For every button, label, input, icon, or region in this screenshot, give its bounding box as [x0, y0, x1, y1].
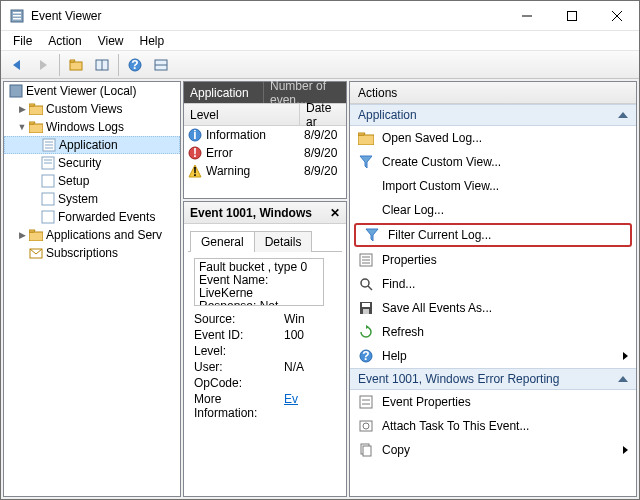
action-find[interactable]: Find...: [350, 272, 636, 296]
menu-help[interactable]: Help: [132, 32, 173, 50]
tree-item-application[interactable]: Application: [4, 136, 180, 154]
collapse-icon: [618, 376, 628, 382]
tree-item-security[interactable]: Security: [4, 154, 180, 172]
svg-rect-18: [10, 85, 22, 97]
actions-pane: Actions Application Open Saved Log... Cr…: [349, 81, 637, 497]
expander-icon[interactable]: ▼: [16, 122, 28, 132]
action-filter-current-log[interactable]: Filter Current Log...: [354, 223, 632, 247]
app-icon: [9, 8, 25, 24]
expander-icon[interactable]: ▶: [16, 104, 28, 114]
close-icon[interactable]: ✕: [330, 206, 340, 220]
folder-icon: [28, 121, 44, 133]
up-button[interactable]: [64, 53, 88, 77]
action-label: Create Custom View...: [382, 155, 501, 169]
help-button[interactable]: ?: [123, 53, 147, 77]
expander-icon[interactable]: ▶: [16, 230, 28, 240]
center-column: Application Number of even… Level Date a…: [183, 81, 347, 497]
action-copy[interactable]: Copy: [350, 438, 636, 462]
nav-tree[interactable]: Event Viewer (Local) ▶ Custom Views ▼ Wi…: [3, 81, 181, 497]
grid-title: Application: [184, 82, 264, 103]
svg-text:i: i: [193, 128, 196, 142]
tree-item-subscriptions[interactable]: Subscriptions: [4, 244, 180, 262]
svg-marker-9: [40, 60, 47, 70]
subscriptions-icon: [28, 246, 44, 260]
action-help[interactable]: ?Help: [350, 344, 636, 368]
log-icon: [40, 192, 56, 206]
action-import-custom-view[interactable]: Import Custom View...: [350, 174, 636, 198]
action-label: Import Custom View...: [382, 179, 499, 193]
svg-text:!: !: [193, 165, 197, 178]
action-label: Help: [382, 349, 407, 363]
action-create-custom-view[interactable]: Create Custom View...: [350, 150, 636, 174]
svg-marker-43: [358, 133, 365, 135]
tree-item-windows-logs[interactable]: ▼ Windows Logs: [4, 118, 180, 136]
svg-marker-44: [360, 156, 372, 168]
action-clear-log[interactable]: Clear Log...: [350, 198, 636, 222]
event-row[interactable]: !Warning 8/9/20: [184, 162, 346, 180]
more-info-link[interactable]: Ev: [284, 392, 298, 420]
section-header-label: Application: [358, 108, 417, 122]
action-open-saved-log[interactable]: Open Saved Log...: [350, 126, 636, 150]
svg-rect-2: [13, 15, 21, 17]
svg-rect-3: [13, 18, 21, 20]
tree-label: Custom Views: [46, 102, 122, 116]
actions-section-event[interactable]: Event 1001, Windows Error Reporting: [350, 368, 636, 390]
panes-button[interactable]: [90, 53, 114, 77]
tree-root-label: Event Viewer (Local): [26, 84, 137, 98]
action-attach-task[interactable]: Attach Task To This Event...: [350, 414, 636, 438]
actions-section-application[interactable]: Application: [350, 104, 636, 126]
menu-file[interactable]: File: [5, 32, 40, 50]
events-list[interactable]: iInformation 8/9/20 !Error 8/9/20 !Warni…: [184, 126, 346, 180]
tree-label: Windows Logs: [46, 120, 124, 134]
action-label: Filter Current Log...: [388, 228, 491, 242]
detail-message[interactable]: Fault bucket , type 0 Event Name: LiveKe…: [194, 258, 324, 306]
forward-button[interactable]: [31, 53, 55, 77]
action-refresh[interactable]: Refresh: [350, 320, 636, 344]
svg-rect-30: [42, 175, 54, 187]
collapse-icon: [618, 112, 628, 118]
field-key: Event ID:: [194, 328, 284, 342]
tree-item-apps-services[interactable]: ▶ Applications and Serv: [4, 226, 180, 244]
menu-action[interactable]: Action: [40, 32, 89, 50]
log-icon: [40, 210, 56, 224]
toolbar-separator: [118, 54, 119, 76]
tree-item-forwarded[interactable]: Forwarded Events: [4, 208, 180, 226]
field-level: Level:: [194, 344, 340, 358]
tab-general[interactable]: General: [190, 231, 255, 252]
tab-details[interactable]: Details: [255, 231, 313, 252]
tree-item-system[interactable]: System: [4, 190, 180, 208]
detail-title: Event 1001, Windows: [190, 206, 312, 220]
svg-rect-10: [70, 62, 82, 70]
menu-view[interactable]: View: [90, 32, 132, 50]
action-label: Find...: [382, 277, 415, 291]
cell-date: 8/9/20: [300, 128, 337, 142]
cell-date: 8/9/20: [300, 164, 337, 178]
tree-item-setup[interactable]: Setup: [4, 172, 180, 190]
submenu-icon: [623, 352, 628, 360]
minimize-button[interactable]: [504, 1, 549, 30]
event-row[interactable]: !Error 8/9/20: [184, 144, 346, 162]
svg-rect-58: [360, 396, 372, 408]
col-date[interactable]: Date ar: [300, 104, 346, 125]
event-row[interactable]: iInformation 8/9/20: [184, 126, 346, 144]
tree-root[interactable]: Event Viewer (Local): [4, 82, 180, 100]
titlebar: Event Viewer: [1, 1, 639, 31]
back-button[interactable]: [5, 53, 29, 77]
maximize-button[interactable]: [549, 1, 594, 30]
menubar: File Action View Help: [1, 31, 639, 51]
panes2-button[interactable]: [149, 53, 173, 77]
action-event-properties[interactable]: Event Properties: [350, 390, 636, 414]
tree-label: Application: [59, 138, 118, 152]
svg-rect-5: [567, 11, 576, 20]
tree-item-custom-views[interactable]: ▶ Custom Views: [4, 100, 180, 118]
task-icon: [358, 419, 374, 433]
funnel-icon: [358, 155, 374, 169]
action-properties[interactable]: Properties: [350, 248, 636, 272]
submenu-icon: [623, 446, 628, 454]
action-label: Properties: [382, 253, 437, 267]
action-save-all[interactable]: Save All Events As...: [350, 296, 636, 320]
tree-label: Forwarded Events: [58, 210, 155, 224]
col-level[interactable]: Level: [184, 104, 300, 125]
close-button[interactable]: [594, 1, 639, 30]
tree-label: Applications and Serv: [46, 228, 162, 242]
